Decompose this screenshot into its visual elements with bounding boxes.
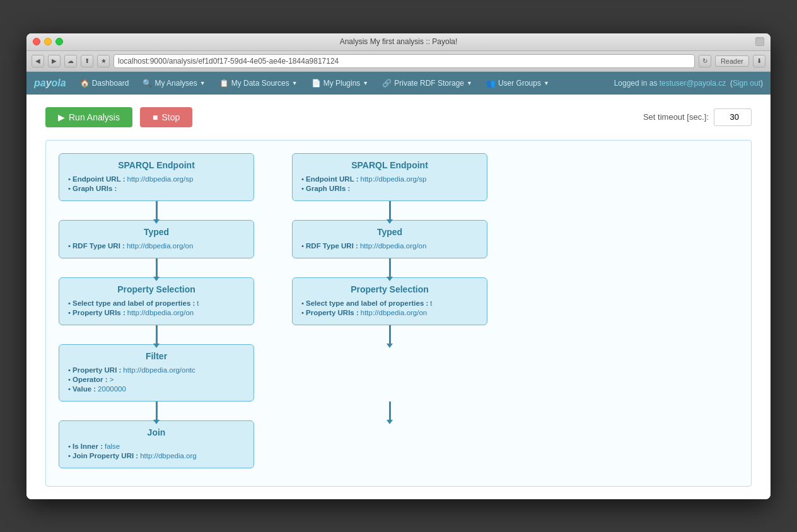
run-analysis-button[interactable]: ▶ Run Analysis bbox=[45, 107, 132, 127]
download-button[interactable]: ⬇ bbox=[753, 55, 765, 67]
right-arrow-2 bbox=[292, 258, 487, 277]
right-down-arrow-3 bbox=[389, 325, 391, 344]
back-button[interactable]: ◀ bbox=[32, 55, 44, 67]
resize-icon[interactable] bbox=[755, 37, 764, 46]
stop-icon: ■ bbox=[153, 112, 158, 122]
left-sparql-prop-0: Endpoint URL : http://dbpedia.org/sp bbox=[68, 175, 245, 183]
nav-user-groups[interactable]: 👥 User Groups ▼ bbox=[480, 75, 556, 91]
filter-prop-1: Operator : > bbox=[68, 376, 245, 383]
right-propsel-node[interactable]: Property Selection Select type and label… bbox=[292, 277, 487, 325]
bookmark-button[interactable]: ★ bbox=[97, 55, 110, 67]
left-typed-col: Typed RDF Type URI : http://dbpedia.org/… bbox=[59, 220, 254, 258]
right-propsel-prop-0: Select type and label of properties : t bbox=[301, 299, 478, 307]
home-icon: 🏠 bbox=[80, 79, 90, 88]
brand-logo[interactable]: payola bbox=[34, 78, 66, 89]
user-email-link[interactable]: testuser@payola.cz bbox=[660, 79, 726, 88]
right-typed-col: Typed RDF Type URI : http://dbpedia.org/… bbox=[292, 220, 487, 258]
nav-dashboard[interactable]: 🏠 Dashboard bbox=[74, 75, 136, 91]
left-sparql-node[interactable]: SPARQL Endpoint Endpoint URL : http://db… bbox=[59, 153, 254, 201]
left-propsel-col: Property Selection Select type and label… bbox=[59, 277, 254, 325]
right-propsel-title: Property Selection bbox=[301, 284, 478, 294]
share-button[interactable]: ⬆ bbox=[81, 55, 93, 67]
sign-out-link[interactable]: Sign out bbox=[733, 79, 760, 88]
nav-private-rdf[interactable]: 🔗 Private RDF Storage ▼ bbox=[376, 75, 479, 91]
stop-button[interactable]: ■ Stop bbox=[140, 107, 192, 127]
connector-row-4 bbox=[59, 402, 738, 420]
left-propsel-prop-0: Select type and label of properties : t bbox=[68, 299, 245, 307]
right-down-arrow-1 bbox=[389, 201, 391, 220]
typed-row: Typed RDF Type URI : http://dbpedia.org/… bbox=[59, 220, 738, 258]
left-sparql-col: SPARQL Endpoint Endpoint URL : http://db… bbox=[59, 153, 254, 201]
join-node[interactable]: Join Is Inner : false Join Property URI … bbox=[59, 420, 254, 468]
left-arrow-4 bbox=[59, 402, 254, 420]
filter-row: Filter Property URI : http://dbpedia.org… bbox=[59, 344, 738, 402]
right-sparql-prop-1: Graph URIs : bbox=[301, 185, 478, 192]
left-arrow-2 bbox=[59, 258, 254, 277]
pipeline-canvas: SPARQL Endpoint Endpoint URL : http://db… bbox=[45, 140, 752, 487]
navbar-user-info: Logged in as testuser@payola.cz (Sign ou… bbox=[614, 79, 763, 88]
rdf-icon: 🔗 bbox=[382, 79, 392, 88]
nav-my-plugins[interactable]: 📄 My Plugins ▼ bbox=[305, 75, 375, 91]
left-sparql-title: SPARQL Endpoint bbox=[68, 160, 245, 170]
window-title: Analysis My first analysis :: Payola! bbox=[340, 37, 458, 46]
sparql-row: SPARQL Endpoint Endpoint URL : http://db… bbox=[59, 153, 738, 201]
right-arrow-4 bbox=[292, 402, 487, 420]
browser-toolbar: ◀ ▶ ☁ ⬆ ★ localhost:9000/analysis/ef1d0f… bbox=[26, 51, 771, 72]
right-propsel-col: Property Selection Select type and label… bbox=[292, 277, 487, 325]
left-arrow-3 bbox=[59, 325, 254, 344]
pipeline-layout: SPARQL Endpoint Endpoint URL : http://db… bbox=[59, 153, 738, 468]
right-sparql-prop-0: Endpoint URL : http://dbpedia.org/sp bbox=[301, 175, 478, 183]
caret-groups-icon: ▼ bbox=[544, 80, 549, 86]
cloud-button[interactable]: ☁ bbox=[64, 55, 77, 67]
right-down-arrow-2 bbox=[389, 258, 391, 277]
left-arrow-1 bbox=[59, 201, 254, 220]
left-propsel-node[interactable]: Property Selection Select type and label… bbox=[59, 277, 254, 325]
fullscreen-button[interactable] bbox=[55, 38, 63, 45]
right-typed-title: Typed bbox=[301, 227, 478, 237]
reader-button[interactable]: Reader bbox=[715, 55, 749, 67]
caret-datasources-icon: ▼ bbox=[292, 80, 298, 86]
left-propsel-title: Property Selection bbox=[68, 284, 245, 294]
left-typed-title: Typed bbox=[68, 227, 245, 237]
left-typed-node[interactable]: Typed RDF Type URI : http://dbpedia.org/… bbox=[59, 220, 254, 258]
filter-prop-2: Value : 2000000 bbox=[68, 385, 245, 393]
plugin-icon: 📄 bbox=[311, 79, 321, 88]
url-bar[interactable]: localhost:9000/analysis/ef1d0f17-59d4-4e… bbox=[113, 54, 695, 68]
timeout-label: Set timeout [sec.]: bbox=[643, 112, 709, 122]
nav-my-analyses[interactable]: 🔍 My Analyses ▼ bbox=[136, 75, 211, 91]
titlebar: Analysis My first analysis :: Payola! bbox=[26, 33, 771, 51]
right-typed-node[interactable]: Typed RDF Type URI : http://dbpedia.org/… bbox=[292, 220, 487, 258]
browser-window: Analysis My first analysis :: Payola! ◀ … bbox=[26, 33, 771, 499]
left-filter-col: Filter Property URI : http://dbpedia.org… bbox=[59, 344, 254, 402]
filter-node[interactable]: Filter Property URI : http://dbpedia.org… bbox=[59, 344, 254, 402]
right-arrow-3 bbox=[292, 325, 487, 344]
right-sparql-node[interactable]: SPARQL Endpoint Endpoint URL : http://db… bbox=[292, 153, 487, 201]
left-propsel-prop-1: Property URIs : http://dbpedia.org/on bbox=[68, 309, 245, 316]
left-down-arrow-3 bbox=[156, 325, 158, 344]
datasource-icon: 📋 bbox=[219, 79, 229, 88]
forward-button[interactable]: ▶ bbox=[48, 55, 61, 67]
left-down-arrow-4 bbox=[156, 402, 158, 420]
users-icon: 👥 bbox=[486, 79, 496, 88]
join-prop-1: Join Property URI : http://dbpedia.org bbox=[68, 452, 245, 460]
reload-button[interactable]: ↻ bbox=[699, 55, 711, 67]
search-icon: 🔍 bbox=[143, 79, 152, 88]
filter-prop-0: Property URI : http://dbpedia.org/ontc bbox=[68, 366, 245, 374]
caret-plugins-icon: ▼ bbox=[363, 80, 368, 86]
right-propsel-prop-1: Property URIs : http://dbpedia.org/on bbox=[301, 309, 478, 316]
nav-data-sources[interactable]: 📋 My Data Sources ▼ bbox=[213, 75, 304, 91]
action-bar: ▶ Run Analysis ■ Stop Set timeout [sec.]… bbox=[45, 107, 752, 127]
left-down-arrow-1 bbox=[156, 201, 158, 220]
traffic-lights bbox=[33, 38, 63, 45]
minimize-button[interactable] bbox=[44, 38, 52, 45]
close-button[interactable] bbox=[33, 38, 40, 45]
timeout-input[interactable] bbox=[714, 108, 752, 126]
titlebar-controls bbox=[755, 37, 764, 46]
right-down-arrow-4 bbox=[389, 402, 391, 420]
play-icon: ▶ bbox=[58, 112, 65, 122]
right-sparql-title: SPARQL Endpoint bbox=[301, 160, 478, 170]
connector-row-1 bbox=[59, 201, 738, 220]
right-arrow-1 bbox=[292, 201, 487, 220]
join-container: Join Is Inner : false Join Property URI … bbox=[59, 420, 487, 468]
right-typed-prop-0: RDF Type URI : http://dbpedia.org/on bbox=[301, 242, 478, 250]
